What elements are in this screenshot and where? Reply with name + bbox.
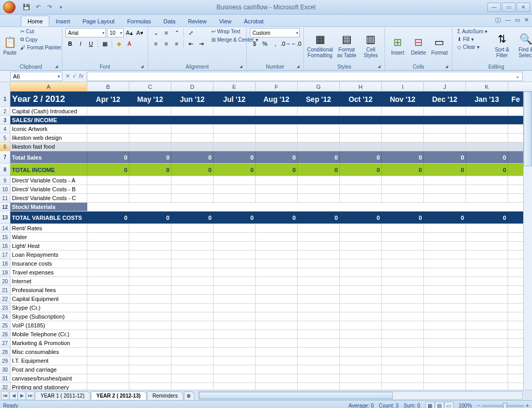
cell[interactable]: Marketing & Promotion xyxy=(10,339,87,347)
cell[interactable] xyxy=(424,365,466,374)
align-center-icon[interactable]: ≡ xyxy=(162,39,171,48)
cell[interactable] xyxy=(171,339,214,347)
cell[interactable] xyxy=(87,134,129,142)
cell[interactable] xyxy=(214,116,256,124)
cell[interactable] xyxy=(171,251,214,259)
cell[interactable] xyxy=(256,107,298,115)
cell[interactable]: Post and carriage xyxy=(10,365,87,374)
cell[interactable] xyxy=(382,142,424,151)
cell[interactable] xyxy=(466,374,508,383)
cell[interactable] xyxy=(214,286,256,294)
month-header[interactable]: Jul '12 xyxy=(214,91,256,107)
cell[interactable]: 0 xyxy=(424,212,466,223)
month-header[interactable]: Jun '12 xyxy=(171,91,214,107)
cell[interactable] xyxy=(87,357,129,365)
cell[interactable] xyxy=(340,348,382,356)
cell[interactable] xyxy=(87,277,129,285)
cell[interactable] xyxy=(382,251,424,259)
cell[interactable] xyxy=(382,295,424,303)
cell[interactable] xyxy=(424,383,466,390)
cell[interactable] xyxy=(382,277,424,285)
sheet-tab[interactable]: YEAR 1 ( 2011-12) xyxy=(35,391,90,400)
cell[interactable] xyxy=(466,116,508,124)
ribbon-tab-data[interactable]: Data xyxy=(157,16,181,27)
cell[interactable] xyxy=(466,176,508,185)
cell[interactable] xyxy=(214,268,256,277)
cell[interactable] xyxy=(171,125,214,133)
cell[interactable] xyxy=(256,194,298,202)
cell[interactable]: 0 xyxy=(256,164,298,176)
cell[interactable] xyxy=(298,233,340,241)
autosum-button[interactable]: ΣAutoSum ▾ xyxy=(456,28,489,35)
cancel-formula-icon[interactable]: ✕ xyxy=(65,73,70,80)
row-header[interactable]: 24 xyxy=(0,312,10,321)
cell[interactable] xyxy=(171,107,214,115)
cell[interactable] xyxy=(298,134,340,142)
cell[interactable] xyxy=(87,224,129,232)
row-header[interactable]: 32 xyxy=(0,383,10,390)
column-header-G[interactable]: G xyxy=(298,82,340,91)
cell[interactable]: Capital (Cash) Introduced xyxy=(10,107,87,115)
cell[interactable] xyxy=(382,357,424,365)
row-header[interactable]: 29 xyxy=(0,357,10,365)
font-name-combo[interactable]: Arial xyxy=(65,28,106,37)
cell[interactable] xyxy=(171,259,214,268)
cell[interactable] xyxy=(466,224,508,232)
cell[interactable] xyxy=(129,312,171,321)
cell[interactable]: Printing and stationery xyxy=(10,383,87,390)
cell[interactable] xyxy=(382,233,424,241)
cell[interactable] xyxy=(214,134,256,142)
undo-icon[interactable]: ↶ xyxy=(33,3,43,12)
cell[interactable] xyxy=(382,374,424,383)
cell[interactable] xyxy=(256,321,298,330)
font-size-combo[interactable]: 10 xyxy=(107,28,124,37)
cell[interactable] xyxy=(298,242,340,250)
cell[interactable] xyxy=(87,383,129,390)
cell[interactable] xyxy=(171,242,214,250)
cell[interactable] xyxy=(382,176,424,185)
cell[interactable]: canvases/brushes/paint xyxy=(10,374,87,383)
ribbon-tab-page-layout[interactable]: Page Layout xyxy=(76,16,121,27)
cell[interactable] xyxy=(424,251,466,259)
cell[interactable] xyxy=(171,321,214,330)
cell[interactable] xyxy=(87,348,129,356)
cell[interactable] xyxy=(424,194,466,202)
cell[interactable] xyxy=(129,194,171,202)
cell[interactable] xyxy=(382,194,424,202)
row-header[interactable]: 10 xyxy=(0,185,10,193)
row-header[interactable]: 7 xyxy=(0,151,10,163)
cell[interactable] xyxy=(340,185,382,193)
decrease-font-icon[interactable]: A▾ xyxy=(135,28,144,37)
cell[interactable] xyxy=(424,321,466,330)
align-top-icon[interactable]: ⌄ xyxy=(151,28,161,37)
cell[interactable] xyxy=(340,383,382,390)
sort-filter-button[interactable]: ⇅Sort & Filter xyxy=(491,28,513,62)
cell[interactable] xyxy=(87,185,129,193)
cell[interactable] xyxy=(340,125,382,133)
cell[interactable]: Direct/ Variable Costs - A xyxy=(10,176,87,185)
cell[interactable] xyxy=(382,383,424,390)
fill-color-button[interactable]: ◆ xyxy=(114,39,124,48)
cell[interactable] xyxy=(171,365,214,374)
cell[interactable] xyxy=(340,330,382,338)
cell[interactable] xyxy=(382,330,424,338)
cell[interactable] xyxy=(87,176,129,185)
month-header[interactable]: Oct '12 xyxy=(340,91,382,107)
cell[interactable]: Total Sales xyxy=(10,151,87,163)
row-header[interactable]: 5 xyxy=(0,134,10,142)
cell[interactable] xyxy=(129,339,171,347)
cell[interactable] xyxy=(214,348,256,356)
column-header-J[interactable]: J xyxy=(424,82,466,91)
cell[interactable] xyxy=(340,304,382,312)
bold-button[interactable]: B xyxy=(65,39,75,48)
align-bottom-icon[interactable]: ⌃ xyxy=(172,28,181,37)
cell[interactable] xyxy=(298,357,340,365)
cell[interactable] xyxy=(171,176,214,185)
cut-button[interactable]: ✂Cut xyxy=(19,28,63,35)
cell[interactable] xyxy=(214,295,256,303)
cell[interactable] xyxy=(87,268,129,277)
cell[interactable] xyxy=(256,383,298,390)
cell[interactable] xyxy=(382,134,424,142)
row-header[interactable]: 27 xyxy=(0,339,10,347)
cell[interactable] xyxy=(256,277,298,285)
